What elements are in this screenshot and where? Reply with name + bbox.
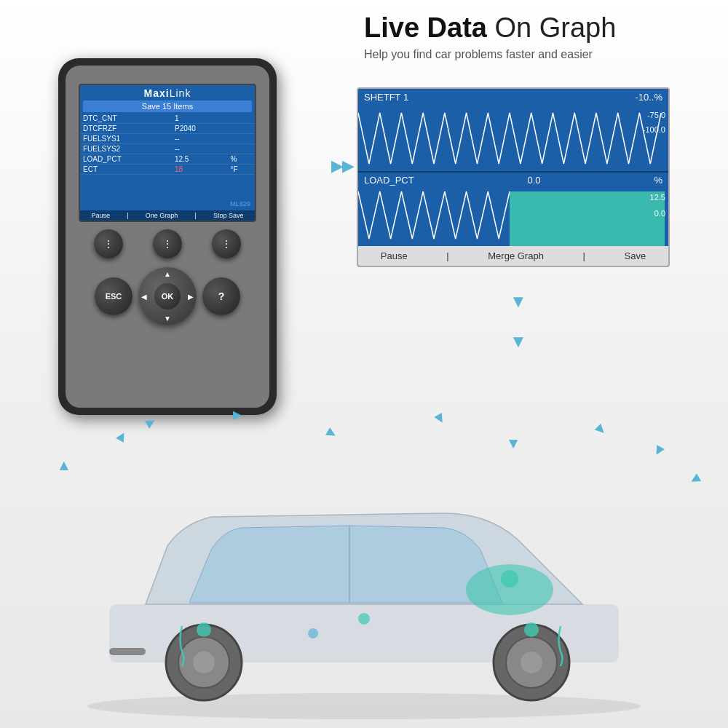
diag-arrow-5: ▶	[433, 411, 449, 426]
dpad-up-arrow[interactable]: ▲	[164, 270, 171, 278]
dots-icon-1: ⋮	[103, 238, 114, 250]
table-cell-unit: %	[227, 154, 255, 165]
ok-label: OK	[162, 292, 174, 301]
esc-label: ESC	[106, 292, 122, 301]
dots-icon-2: ⋮	[162, 238, 173, 250]
car-diagram-container	[36, 444, 692, 721]
dpad-left-arrow[interactable]: ◀	[141, 293, 147, 301]
graph-footer-save[interactable]: Save	[624, 250, 646, 261]
table-row: ECT 18 °F	[80, 165, 255, 175]
table-cell-unit	[227, 134, 255, 144]
table-cell-value: 12.5	[172, 154, 228, 165]
table-cell-label: FUELSYS1	[80, 134, 172, 144]
graph-bottom-label-mid: 0.0	[528, 175, 541, 186]
device-wrapper: MaxiLink Save 15 Items DTC_CNT 1 DTCFRZF…	[22, 36, 328, 444]
graph-label-100: -100.0	[643, 123, 665, 138]
graph-bottom-label-left: LOAD_PCT	[364, 175, 414, 186]
dpad[interactable]: ▲ ▼ ◀ ▶ OK	[138, 267, 197, 325]
graph-wave-area-top: -75.0 -100.0	[358, 106, 668, 171]
graph-footer-divider1: |	[446, 250, 448, 261]
table-cell-value: P2040	[172, 124, 228, 134]
question-button[interactable]: ?	[202, 277, 240, 315]
arrow-down-2-icon: ▼	[510, 331, 527, 352]
svg-marker-2	[510, 191, 665, 246]
header-subtitle: Help you find car problems faster and ea…	[364, 48, 713, 61]
graph-footer: Pause | Merge Graph | Save	[358, 246, 668, 266]
svg-rect-0	[358, 106, 668, 171]
table-cell-label: DTC_CNT	[80, 114, 172, 124]
diag-arrow-2: ▶	[113, 430, 129, 444]
header-section: Live Data On Graph Help you find car pro…	[364, 13, 713, 61]
table-cell-value: 1	[172, 114, 228, 124]
diag-arrow-7: ▶	[593, 422, 609, 438]
button-dots-3[interactable]: ⋮	[212, 229, 241, 258]
header-title: Live Data On Graph	[364, 13, 713, 44]
table-row: LOAD_PCT 12.5 %	[80, 154, 255, 165]
svg-point-12	[501, 570, 518, 587]
graph-wave-svg-top	[358, 106, 668, 171]
table-cell-label: FUELSYS2	[80, 144, 172, 154]
svg-point-3	[87, 693, 641, 719]
graph-right-labels-bottom: 12.5 0.0	[650, 189, 665, 221]
footer-pause[interactable]: Pause	[92, 212, 111, 219]
table-cell-value: --	[172, 134, 228, 144]
table-row: DTCFRZF P2040	[80, 124, 255, 134]
button-dots-1[interactable]: ⋮	[94, 229, 123, 258]
table-cell-value-ect: 18	[172, 165, 228, 175]
graph-top-bar: SHETFT 1 -10..%	[358, 89, 668, 106]
graph-right-labels-top: -75.0 -100.0	[643, 108, 665, 138]
scanner-brand: MaxiLink	[80, 85, 255, 100]
graph-footer-merge[interactable]: Merge Graph	[488, 250, 544, 261]
buttons-area: ⋮ ⋮ ⋮ ESC ▲ ▼	[79, 229, 256, 325]
diag-arrow-1: ▶	[143, 414, 157, 430]
graph-footer-pause[interactable]: Pause	[381, 250, 408, 261]
graph-wave-area-bottom: 12.5 0.0	[358, 188, 668, 246]
svg-point-16	[308, 628, 318, 638]
table-row: FUELSYS1 --	[80, 134, 255, 144]
graph-bottom-header: LOAD_PCT 0.0 %	[358, 173, 668, 188]
table-cell-value: --	[172, 144, 228, 154]
table-cell-label: ECT	[80, 165, 172, 175]
graph-bottom-label-unit: %	[654, 175, 662, 186]
dpad-down-arrow[interactable]: ▼	[164, 314, 171, 323]
screen-footer: Pause | One Graph | Stop Save	[80, 210, 255, 221]
svg-point-15	[358, 613, 370, 625]
scanner-screen: MaxiLink Save 15 Items DTC_CNT 1 DTCFRZF…	[79, 84, 256, 222]
car-section: ▶ ▶ ▶ ▶ ▶ ▶ ▶ ▶ ▶ ▶	[0, 400, 728, 728]
footer-one-graph[interactable]: One Graph	[146, 212, 178, 219]
svg-point-14	[524, 622, 539, 637]
graph-wave-svg-bottom	[358, 188, 668, 246]
footer-stop-save[interactable]: Stop Save	[213, 212, 244, 219]
arrow-right-icon: ▶ ▶	[331, 157, 352, 175]
question-label: ?	[218, 290, 225, 302]
table-row: DTC_CNT 1	[80, 114, 255, 124]
footer-divider2: |	[194, 212, 196, 219]
save-bar: Save 15 Items	[83, 100, 252, 112]
table-cell-unit: °F	[227, 165, 255, 175]
button-dots-2[interactable]: ⋮	[153, 229, 182, 258]
ok-button[interactable]: OK	[154, 283, 181, 309]
scanner-body: MaxiLink Save 15 Items DTC_CNT 1 DTCFRZF…	[58, 58, 277, 415]
car-svg	[36, 444, 692, 721]
table-cell-unit	[227, 114, 255, 124]
scanner-inner: MaxiLink Save 15 Items DTC_CNT 1 DTCFRZF…	[66, 66, 269, 408]
table-row: FUELSYS2 --	[80, 144, 255, 154]
model-label: ML629	[230, 200, 250, 207]
svg-point-13	[197, 622, 211, 637]
button-row-top: ⋮ ⋮ ⋮	[79, 229, 256, 258]
data-table: DTC_CNT 1 DTCFRZF P2040 FUELSYS1 --	[80, 114, 255, 175]
graph-label-0: 0.0	[650, 205, 665, 221]
table-cell-unit	[227, 144, 255, 154]
diag-arrow-3: ▶	[233, 408, 242, 422]
graph-top-label-left: SHETFT 1	[364, 92, 408, 103]
esc-button[interactable]: ESC	[95, 277, 132, 315]
graph-label-12: 12.5	[650, 189, 665, 205]
dpad-right-arrow[interactable]: ▶	[188, 293, 194, 301]
svg-point-7	[193, 652, 215, 673]
table-cell-unit	[227, 124, 255, 134]
svg-rect-17	[109, 648, 146, 655]
header-title-bold: Live Data	[364, 12, 487, 43]
graph-panel: SHETFT 1 -10..% -75.0 -100.0 LOAD_PCT 0.…	[357, 87, 670, 267]
header-title-normal: On Graph	[487, 12, 616, 43]
button-row-dpad: ESC ▲ ▼ ◀ ▶ OK ?	[79, 267, 256, 325]
